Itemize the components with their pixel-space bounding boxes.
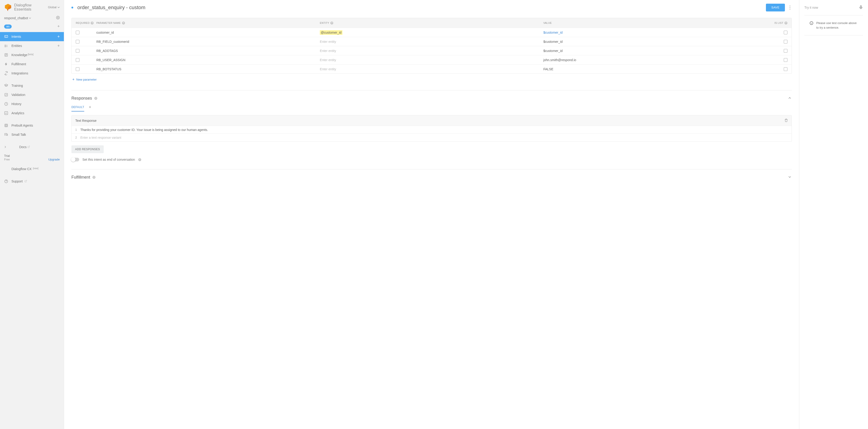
islist-checkbox[interactable] [784, 49, 787, 53]
svg-rect-14 [861, 5, 862, 7]
help-icon[interactable]: ? [330, 22, 333, 25]
nav-label: Prebuilt Agents [11, 124, 33, 127]
islist-checkbox[interactable] [784, 67, 787, 71]
parameter-name[interactable]: RB_BOTSTATUS [96, 67, 320, 71]
islist-checkbox[interactable] [784, 58, 787, 62]
save-button[interactable]: SAVE [766, 4, 785, 11]
brand-text: Dialogflow Essentials [14, 3, 32, 11]
end-of-conversation-row: Set this intent as end of conversation ? [71, 158, 792, 161]
sidebar-item-integrations[interactable]: Integrations [0, 69, 64, 78]
help-icon[interactable]: ? [94, 97, 97, 100]
sidebar-item-history[interactable]: History [0, 99, 64, 109]
required-checkbox[interactable] [76, 49, 80, 53]
add-language-button[interactable]: + [57, 24, 60, 29]
sidebar-item-knowledge[interactable]: Knowledge[beta] [0, 50, 64, 60]
help-icon[interactable]: ? [784, 22, 787, 25]
parameter-entity[interactable]: Enter entity [320, 67, 543, 71]
parameter-value[interactable]: FALSE [544, 67, 767, 71]
add-responses-button[interactable]: ADD RESPONSES [71, 145, 104, 153]
entity-chip[interactable]: @customer_id [320, 30, 342, 35]
nav-label: Intents [11, 35, 21, 38]
parameter-value[interactable]: john.smith@respond.io [544, 58, 767, 62]
required-checkbox[interactable] [76, 31, 80, 34]
sidebar-item-prebuilt[interactable]: Prebuilt Agents [0, 121, 64, 130]
parameter-entity[interactable]: Enter entity [320, 49, 543, 53]
microphone-button[interactable] [859, 5, 863, 10]
chevron-right-icon [4, 146, 6, 148]
test-input[interactable]: Try it now [804, 6, 818, 9]
sidebar-item-dialogflow-cx[interactable]: Dialogflow CX [new] [0, 164, 64, 174]
history-icon [4, 102, 8, 106]
required-checkbox[interactable] [76, 67, 80, 71]
parameter-row[interactable]: customer_id@customer_id$customer_id [72, 28, 792, 37]
sidebar-item-validation[interactable]: Validation [0, 90, 64, 99]
help-icon[interactable]: ? [92, 176, 95, 179]
help-icon[interactable]: ? [91, 22, 94, 25]
parameter-row[interactable]: RB_USER_ASSIGNEnter entityjohn.smith@res… [72, 55, 792, 64]
required-checkbox[interactable] [76, 40, 80, 43]
parameter-name[interactable]: customer_id [96, 31, 320, 34]
svg-rect-11 [5, 124, 7, 127]
new-parameter-link[interactable]: +New parameter [71, 74, 792, 85]
language-pill[interactable]: en [4, 25, 12, 29]
required-checkbox[interactable] [76, 58, 80, 62]
sidebar: Dialogflow Essentials Global respond_cha… [0, 0, 64, 429]
prebuilt-icon [4, 123, 8, 127]
add-entities-button[interactable]: + [57, 43, 60, 48]
external-link-icon [28, 146, 30, 148]
parameters-header: REQUIRED? PARAMETER NAME? ENTITY? VALUE … [72, 18, 792, 28]
parameter-row[interactable]: RB_FIELD_customeridEnter entity$customer… [72, 37, 792, 46]
parameter-value[interactable]: $customer_id [544, 49, 767, 53]
add-response-tab-button[interactable]: + [89, 105, 91, 112]
parameter-value[interactable]: $customer_id [544, 40, 767, 43]
parameter-name[interactable]: RB_USER_ASSIGN [96, 58, 320, 62]
text-response-box-header: Text Response [72, 115, 792, 126]
end-of-conversation-toggle[interactable] [71, 158, 79, 161]
docs-icon [12, 145, 16, 149]
parameter-name[interactable]: RB_FIELD_customerid [96, 40, 320, 43]
parameter-value[interactable]: $customer_id [544, 31, 767, 34]
response-variant-input[interactable]: 2Enter a text response variant [72, 134, 792, 142]
svg-rect-8 [5, 93, 7, 96]
parameter-row[interactable]: RB_BOTSTATUSEnter entityFALSE [72, 64, 792, 73]
support-icon [4, 179, 8, 183]
parameter-entity[interactable]: Enter entity [320, 40, 543, 43]
sidebar-item-docs[interactable]: Docs [0, 143, 64, 152]
sidebar-item-support[interactable]: Support [0, 177, 64, 186]
islist-checkbox[interactable] [784, 40, 787, 43]
sidebar-item-smalltalk[interactable]: Small Talk [0, 130, 64, 139]
smalltalk-icon [4, 132, 8, 137]
sidebar-item-fulfillment[interactable]: Fulfillment [0, 60, 64, 69]
help-icon[interactable]: ? [138, 158, 141, 161]
more-menu-button[interactable] [788, 4, 792, 11]
svg-rect-4 [5, 35, 8, 37]
sidebar-item-analytics[interactable]: Analytics [0, 109, 64, 118]
intents-icon [4, 35, 8, 39]
parameter-row[interactable]: RB_ADDTAGSEnter entity$customer_id [72, 46, 792, 55]
help-icon[interactable]: ? [122, 22, 125, 25]
islist-checkbox[interactable] [784, 31, 787, 34]
expand-fulfillment-button[interactable] [788, 175, 792, 180]
response-tab-default[interactable]: DEFAULT [71, 105, 84, 112]
settings-gear-icon[interactable] [56, 16, 60, 20]
collapse-responses-button[interactable] [788, 96, 792, 101]
text-response-box: Text Response 1Thanks for providing your… [71, 115, 792, 142]
sidebar-item-training[interactable]: Training [0, 81, 64, 90]
region-select[interactable]: Global [48, 5, 60, 9]
intent-header: order_status_enquiry - custom SAVE [64, 0, 799, 15]
nav-label: Docs [19, 145, 27, 149]
parameter-entity[interactable]: Enter entity [320, 58, 543, 62]
response-line[interactable]: 1Thanks for providing your customer ID. … [72, 126, 792, 134]
add-intents-button[interactable]: + [57, 34, 60, 39]
intent-title[interactable]: order_status_enquiry - custom [78, 5, 145, 10]
agent-row[interactable]: respond_chatbot [0, 13, 64, 23]
upgrade-link[interactable]: Upgrade [48, 158, 60, 161]
plan-row: Trial Free Upgrade [0, 152, 64, 164]
delete-response-button[interactable] [784, 119, 788, 123]
parameter-name[interactable]: RB_ADDTAGS [96, 49, 320, 53]
fulfillment-title: Fulfillment [71, 175, 90, 180]
sidebar-item-entities[interactable]: Entities+ [0, 41, 64, 50]
sidebar-item-intents[interactable]: Intents+ [0, 32, 64, 41]
parameter-entity[interactable]: @customer_id [320, 31, 543, 34]
responses-section-header: Responses ? [71, 96, 792, 101]
